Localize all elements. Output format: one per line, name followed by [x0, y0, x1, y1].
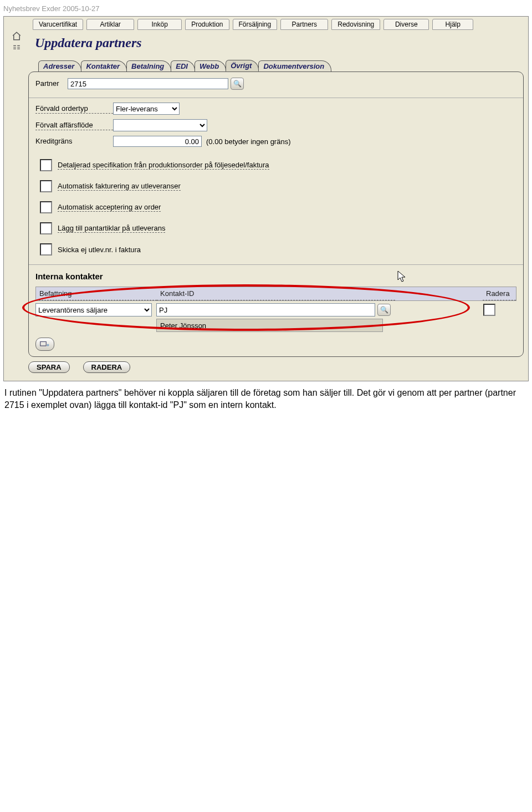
checkbox-row-1: Detaljerad specifikation från produktion… — [40, 159, 516, 171]
kreditgrans-label: Kreditgräns — [35, 137, 113, 146]
partner-search-button[interactable]: 🔍 — [231, 78, 244, 90]
col-radera: Radera — [483, 287, 516, 300]
tab-adresser[interactable]: Adresser — [38, 60, 81, 72]
svg-rect-0 — [40, 342, 47, 346]
checkbox-3[interactable] — [40, 201, 52, 213]
checkbox-1-label: Detaljerad specifikation från produktion… — [58, 161, 269, 170]
main-menu-bar: Varucertifikat Artiklar Inköp Produktion… — [4, 17, 528, 30]
form-panel: Partner 🔍 Förvald ordertyp Fler-leverans… — [28, 72, 524, 357]
checkbox-5[interactable] — [40, 243, 52, 256]
ordertyp-select[interactable]: Fler-leverans — [113, 103, 180, 115]
menu-forsaljning[interactable]: Försäljning — [233, 19, 278, 30]
kontakt-id-input[interactable] — [156, 303, 375, 316]
tab-betalning[interactable]: Betalning — [126, 60, 171, 72]
partner-input[interactable] — [68, 78, 228, 89]
checkbox-2-label: Automatisk fakturering av utleveranser — [58, 182, 181, 191]
col-befattning: Befattning — [36, 287, 157, 300]
befattning-select[interactable]: Leverantörens säljare — [35, 303, 152, 316]
checkbox-row-2: Automatisk fakturering av utleveranser — [40, 180, 516, 192]
home-icon[interactable] — [12, 31, 23, 41]
description-paragraph: I rutinen "Uppdatera partners" behöver n… — [0, 381, 532, 416]
checkbox-row-4: Lägg till pantartiklar på utleverans — [40, 222, 516, 234]
radera-checkbox[interactable] — [483, 304, 495, 316]
checkbox-4[interactable] — [40, 222, 52, 234]
menu-artiklar[interactable]: Artiklar — [86, 19, 134, 30]
side-icon-bar — [9, 31, 34, 54]
section-title-interna-kontakter: Interna kontakter — [35, 272, 516, 281]
tab-ovrigt[interactable]: Övrigt — [226, 60, 259, 72]
menu-inkop[interactable]: Inköp — [137, 19, 182, 30]
magnifier-icon: 🔍 — [233, 80, 242, 88]
tab-kontakter[interactable]: Kontakter — [81, 60, 127, 72]
contacts-table-row: Leverantörens säljare 🔍 — [35, 303, 516, 316]
checkbox-3-label: Automatisk acceptering av order — [58, 203, 161, 212]
delete-button[interactable]: RADERA — [83, 361, 131, 373]
menu-varucertifikat[interactable]: Varucertifikat — [33, 19, 83, 30]
tab-edi[interactable]: EDI — [171, 60, 195, 72]
menu-redovisning[interactable]: Redovisning — [331, 19, 380, 30]
action-button-bar: SPARA RADERA — [28, 361, 528, 379]
tab-webb[interactable]: Webb — [195, 60, 226, 72]
add-row-icon: + — [40, 340, 50, 348]
kontakt-name-display: Peter Jönsson — [156, 319, 383, 332]
page-title: Uppdatera partners — [35, 35, 142, 50]
add-row-button[interactable]: + — [35, 338, 54, 351]
save-button[interactable]: SPARA — [28, 361, 70, 373]
checkbox-2[interactable] — [40, 180, 52, 192]
ordertyp-label: Förvald ordertyp — [35, 104, 113, 114]
affarsflode-select[interactable] — [113, 119, 207, 131]
col-kontakt-id: Kontakt-ID — [157, 287, 395, 300]
menu-produktion[interactable]: Produktion — [185, 19, 229, 30]
checkbox-row-3: Automatisk acceptering av order — [40, 201, 516, 213]
kontakt-id-search-button[interactable]: 🔍 — [377, 304, 391, 316]
kreditgrans-note: (0.00 betyder ingen gräns) — [206, 137, 290, 146]
tab-bar: Adresser Kontakter Betalning EDI Webb Öv… — [4, 58, 528, 72]
application-window: Varucertifikat Artiklar Inköp Produktion… — [3, 16, 529, 381]
menu-hjalp[interactable]: Hjälp — [432, 19, 473, 30]
checkbox-1[interactable] — [40, 159, 52, 171]
checkbox-5-label: Skicka ej utlev.nr. i faktura — [58, 246, 141, 254]
checkbox-row-5: Skicka ej utlev.nr. i faktura — [40, 243, 516, 256]
partner-label: Partner — [35, 79, 68, 88]
list-icon[interactable] — [12, 44, 23, 54]
tab-dokumentversion[interactable]: Dokumentversion — [258, 60, 331, 72]
contacts-table-header: Befattning Kontakt-ID Radera — [35, 287, 516, 301]
magnifier-icon: 🔍 — [380, 306, 388, 314]
checkbox-4-label: Lägg till pantartiklar på utleverans — [58, 224, 165, 233]
kreditgrans-input[interactable] — [113, 136, 202, 147]
menu-diverse[interactable]: Diverse — [383, 19, 429, 30]
document-header: Nyhetsbrev Exder 2005-10-27 — [0, 0, 532, 16]
menu-partners[interactable]: Partners — [280, 19, 328, 30]
affarsflode-label: Förvalt affärsflöde — [35, 121, 113, 130]
svg-text:+: + — [47, 343, 49, 348]
